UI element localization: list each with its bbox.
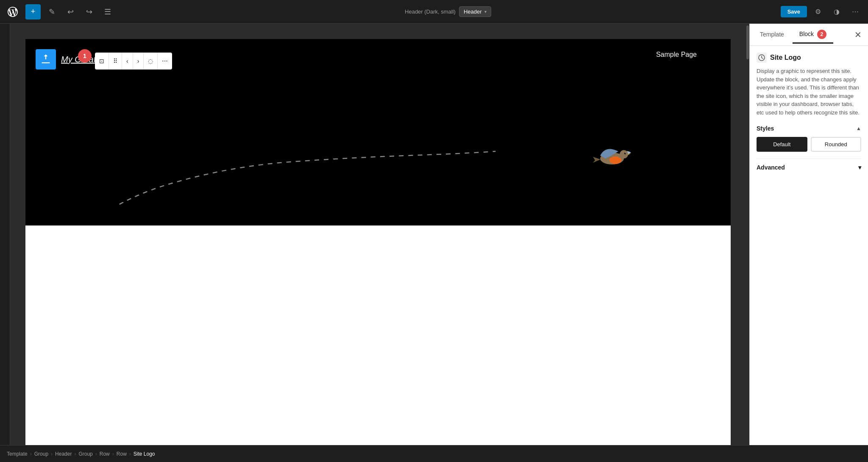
svg-point-4 xyxy=(609,156,621,164)
block-toolbar: ⊡ ⠿ ‹ › ◌ ⋯ xyxy=(95,53,172,70)
svg-point-1 xyxy=(620,150,628,159)
breadcrumb-sep-2: › xyxy=(51,451,53,457)
breadcrumb-sep-6: › xyxy=(129,451,131,457)
canvas-scroll-area: My Great Blog Sample Page xyxy=(10,24,749,445)
panel-block-description: Display a graphic to represent this site… xyxy=(757,67,861,117)
logo-upload-icon xyxy=(40,53,52,65)
settings-button[interactable]: ⚙ xyxy=(810,4,826,19)
scrollbar-thumb xyxy=(746,25,749,59)
site-logo-panel-svg xyxy=(758,54,765,61)
canvas-content: My Great Blog Sample Page xyxy=(10,24,746,445)
nav-item: Sample Page xyxy=(656,51,697,58)
block-badge: 2 xyxy=(817,30,826,39)
styles-grid: Default Rounded xyxy=(757,137,861,152)
context-label: Header (Dark, small) xyxy=(405,8,456,15)
styles-chevron-icon: ▲ xyxy=(856,125,861,131)
breadcrumb-site-logo[interactable]: Site Logo xyxy=(134,451,155,457)
advanced-section-header[interactable]: Advanced ▾ xyxy=(757,164,861,171)
block-move-right-button[interactable]: › xyxy=(133,53,144,70)
white-canvas-section xyxy=(25,225,731,445)
breadcrumb-sep-5: › xyxy=(112,451,114,457)
top-toolbar: + ✎ ↩ ↪ ☰ Header (Dark, small) Header ▾ … xyxy=(0,0,868,24)
block-more-button[interactable]: ⋯ xyxy=(158,53,172,70)
panel-block-name: Site Logo xyxy=(770,54,801,61)
wp-logo-icon xyxy=(8,7,18,17)
panel-body: Site Logo Display a graphic to represent… xyxy=(750,46,868,445)
undo-button[interactable]: ↩ xyxy=(63,4,78,19)
advanced-section: Advanced ▾ xyxy=(757,159,861,171)
styles-section-header[interactable]: Styles ▲ xyxy=(757,125,861,132)
breadcrumb-group-1[interactable]: Group xyxy=(34,451,48,457)
main-area: 1 ⊡ ⠿ ‹ › ◌ ⋯ xyxy=(0,24,868,445)
right-scrollbar[interactable] xyxy=(746,24,749,445)
step-1-badge: 1 xyxy=(78,49,92,63)
panel-close-button[interactable]: ✕ xyxy=(851,28,865,42)
wp-logo[interactable] xyxy=(5,4,20,19)
right-panel: Template Block 2 ✕ Site Logo Display a xyxy=(749,24,868,445)
breadcrumb-bar: Template › Group › Header › Group › Row … xyxy=(0,445,868,462)
block-options-circle-button[interactable]: ◌ xyxy=(144,53,158,70)
panel-tabs: Template Block 2 ✕ xyxy=(750,24,868,46)
canvas-wrapper: 1 ⊡ ⠿ ‹ › ◌ ⋯ xyxy=(10,24,749,445)
breadcrumb-row-1[interactable]: Row xyxy=(100,451,110,457)
bird-scene xyxy=(25,81,731,209)
breadcrumb-group-2[interactable]: Group xyxy=(78,451,92,457)
chevron-down-icon: ▾ xyxy=(484,9,487,14)
breadcrumb-row-2[interactable]: Row xyxy=(117,451,127,457)
tab-template[interactable]: Template xyxy=(753,28,791,42)
style-toggle-button[interactable]: ◑ xyxy=(829,4,844,19)
tab-block[interactable]: Block 2 xyxy=(793,26,833,44)
header-chip[interactable]: Header ▾ xyxy=(459,6,491,17)
breadcrumb-sep-1: › xyxy=(30,451,32,457)
breadcrumb-sep-3: › xyxy=(74,451,76,457)
style-default-option[interactable]: Default xyxy=(757,137,807,152)
edit-button[interactable]: ✎ xyxy=(44,4,59,19)
list-view-button[interactable]: ☰ xyxy=(100,4,115,19)
add-block-button[interactable]: + xyxy=(25,4,41,19)
advanced-chevron-icon: ▾ xyxy=(858,164,861,171)
logo-icon xyxy=(36,49,56,70)
bird-icon xyxy=(587,136,637,175)
block-type-button[interactable]: ⊡ xyxy=(95,53,109,70)
panel-block-title: Site Logo xyxy=(757,53,861,63)
breadcrumb-sep-4: › xyxy=(95,451,97,457)
more-options-button[interactable]: ⋯ xyxy=(848,4,863,19)
block-move-left-button[interactable]: ‹ xyxy=(122,53,133,70)
breadcrumb-template[interactable]: Template xyxy=(7,451,28,457)
site-logo-panel-icon xyxy=(757,53,767,63)
block-drag-button[interactable]: ⠿ xyxy=(109,53,122,70)
style-rounded-option[interactable]: Rounded xyxy=(811,137,862,152)
left-sidebar-bar xyxy=(0,24,10,445)
save-button[interactable]: Save xyxy=(781,6,807,17)
redo-button[interactable]: ↪ xyxy=(81,4,97,19)
breadcrumb-header[interactable]: Header xyxy=(55,451,72,457)
toolbar-right: Save ⚙ ◑ ⋯ xyxy=(781,4,863,19)
svg-point-3 xyxy=(625,153,626,153)
toolbar-center: Header (Dark, small) Header ▾ xyxy=(119,6,777,17)
